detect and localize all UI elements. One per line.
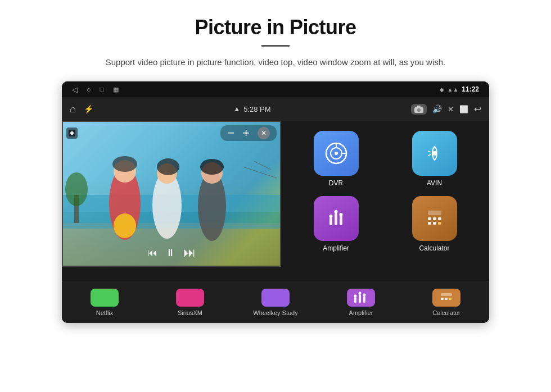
page-wrapper: Picture in Picture Support video picture… xyxy=(0,0,551,392)
app-item-amplifier[interactable]: Amplifier xyxy=(287,192,385,257)
action-time: 5:28 PM xyxy=(243,105,270,113)
bottom-app-siriusxm[interactable]: SiriusXM xyxy=(147,289,233,316)
svg-point-34 xyxy=(334,210,337,213)
pip-video-background xyxy=(63,122,280,266)
svg-point-48 xyxy=(363,293,366,296)
svg-rect-43 xyxy=(354,297,356,303)
svg-rect-44 xyxy=(359,294,361,303)
pip-bottom-controls: ⏮ ⏸ ⏭ xyxy=(147,245,196,260)
svg-rect-36 xyxy=(428,211,441,215)
page-title: Picture in Picture xyxy=(195,16,356,39)
svg-point-33 xyxy=(329,215,332,218)
avin-icon xyxy=(412,131,457,176)
status-bar-left: ◁ ○ □ ▦ xyxy=(72,85,119,94)
svg-rect-52 xyxy=(449,298,451,300)
svg-point-19 xyxy=(114,213,136,238)
wheelkey-bottom-label: Wheelkey Study xyxy=(253,309,297,316)
svg-rect-30 xyxy=(329,217,332,225)
menu-icon[interactable]: ▦ xyxy=(113,86,119,93)
app-item-dvr[interactable]: DVR xyxy=(287,126,385,192)
svg-rect-42 xyxy=(438,222,441,225)
pip-record-icon[interactable] xyxy=(66,127,78,139)
app-grid: DVR AVIN xyxy=(281,121,489,132)
window-icon[interactable]: ⬜ xyxy=(459,105,468,113)
usb-icon[interactable]: ⚡ xyxy=(84,104,93,113)
action-bar: ⌂ ⚡ ▲ 5:28 PM 🔊 ✕ ⬜ ↩ xyxy=(62,97,489,121)
pip-close-btn[interactable]: ✕ xyxy=(258,127,270,139)
home-icon[interactable]: ⌂ xyxy=(70,103,76,115)
title-divider xyxy=(261,45,290,47)
action-bar-right: 🔊 ✕ ⬜ ↩ xyxy=(411,104,481,115)
svg-point-11 xyxy=(157,158,179,175)
location-icon: ◆ xyxy=(440,86,444,93)
svg-line-29 xyxy=(428,154,431,156)
svg-rect-32 xyxy=(340,216,342,225)
amplifier-label: Amplifier xyxy=(323,244,349,252)
calculator-bottom-icon xyxy=(432,289,460,307)
home-circle-icon[interactable]: ○ xyxy=(87,85,91,94)
amplifier-bottom-label: Amplifier xyxy=(349,309,373,316)
bottom-app-bar: Netflix SiriusXM Wheelkey Study xyxy=(62,281,489,323)
netflix-bottom-label: Netflix xyxy=(96,309,114,316)
dvr-icon xyxy=(314,131,359,176)
wheelkey-bottom-icon xyxy=(261,289,290,307)
svg-point-16 xyxy=(65,172,88,206)
action-bar-center: ▲ 5:28 PM xyxy=(233,105,270,113)
amplifier-bottom-icon xyxy=(347,289,375,307)
calculator-label: Calculator xyxy=(419,244,449,252)
pip-plus-btn[interactable]: + xyxy=(242,127,250,139)
svg-point-47 xyxy=(359,291,362,294)
close-x-icon[interactable]: ✕ xyxy=(448,105,454,113)
app-item-avin[interactable]: AVIN xyxy=(385,126,484,192)
status-bar-right: ◆ ▲▲ 11:22 xyxy=(440,85,480,93)
pip-top-controls: − + ✕ xyxy=(66,125,277,141)
siriusxm-bottom-label: SiriusXM xyxy=(178,309,202,316)
svg-point-14 xyxy=(200,159,224,175)
action-bar-left: ⌂ ⚡ xyxy=(70,103,93,115)
svg-line-28 xyxy=(428,151,431,152)
app-item-calculator[interactable]: Calculator xyxy=(385,192,484,257)
calculator-icon xyxy=(412,196,457,241)
pip-video-overlay[interactable]: − + ✕ ⏮ ⏸ ⏭ xyxy=(62,121,281,267)
pip-skip-back-btn[interactable]: ⏮ xyxy=(147,247,157,259)
svg-point-24 xyxy=(335,152,338,155)
svg-rect-39 xyxy=(438,217,441,220)
svg-rect-31 xyxy=(335,213,337,225)
back-arrow-icon[interactable]: ◁ xyxy=(72,85,78,94)
square-icon[interactable]: □ xyxy=(100,86,104,93)
svg-point-27 xyxy=(432,151,437,156)
device-frame: ◁ ○ □ ▦ ◆ ▲▲ 11:22 ⌂ ⚡ ▲ 5:28 PM xyxy=(62,81,489,323)
pip-minus-btn[interactable]: − xyxy=(227,127,234,139)
svg-point-1 xyxy=(417,108,421,112)
wifi-icon: ▲ xyxy=(233,105,240,113)
dvr-label: DVR xyxy=(329,179,343,187)
wifi-signal-icon: ▲▲ xyxy=(448,86,459,93)
bottom-app-wheelkey[interactable]: Wheelkey Study xyxy=(233,289,318,316)
bottom-app-calculator[interactable]: Calculator xyxy=(404,289,489,316)
svg-rect-41 xyxy=(433,222,436,225)
bottom-app-netflix[interactable]: Netflix xyxy=(62,289,147,316)
svg-rect-38 xyxy=(433,217,436,220)
svg-point-46 xyxy=(354,294,357,297)
pip-play-pause-btn[interactable]: ⏸ xyxy=(165,247,175,259)
svg-rect-50 xyxy=(441,298,444,300)
camera-button[interactable] xyxy=(411,104,427,115)
volume-icon[interactable]: 🔊 xyxy=(432,104,442,113)
svg-rect-37 xyxy=(428,217,431,220)
status-bar: ◁ ○ □ ▦ ◆ ▲▲ 11:22 xyxy=(62,81,489,97)
pip-skip-fwd-btn[interactable]: ⏭ xyxy=(183,245,196,260)
siriusxm-bottom-icon xyxy=(176,289,204,307)
page-subtitle: Support video picture in picture functio… xyxy=(106,56,445,69)
avin-label: AVIN xyxy=(427,179,442,187)
svg-rect-45 xyxy=(363,296,365,303)
svg-point-35 xyxy=(339,213,342,216)
status-time: 11:22 xyxy=(462,85,479,93)
svg-rect-40 xyxy=(428,222,431,225)
bottom-app-amplifier[interactable]: Amplifier xyxy=(318,289,404,316)
svg-point-21 xyxy=(70,131,74,135)
calculator-bottom-label: Calculator xyxy=(432,309,460,316)
svg-point-8 xyxy=(112,156,137,172)
back-action-icon[interactable]: ↩ xyxy=(474,104,481,115)
svg-rect-49 xyxy=(441,293,452,296)
amplifier-icon xyxy=(314,196,359,241)
